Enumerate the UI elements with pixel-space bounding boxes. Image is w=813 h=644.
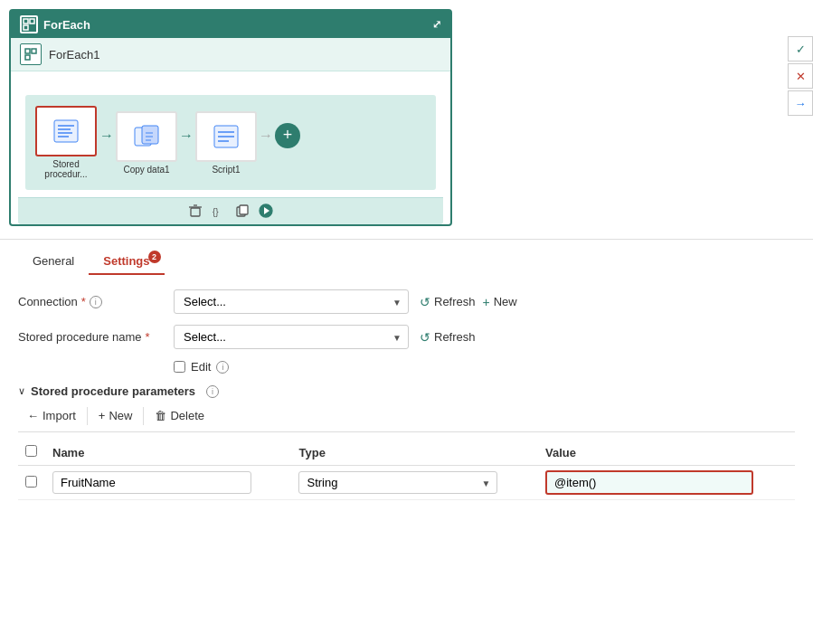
new-param-button[interactable]: + New <box>90 405 142 426</box>
stored-proc-refresh-icon: ↺ <box>420 330 430 345</box>
tab-settings[interactable]: Settings 2 <box>89 249 164 275</box>
run-toolbar-button[interactable] <box>259 204 273 221</box>
svg-rect-0 <box>24 19 28 24</box>
svg-rect-5 <box>25 55 30 60</box>
th-type: Type <box>291 440 537 466</box>
svg-rect-3 <box>25 49 30 53</box>
th-checkbox <box>18 440 45 466</box>
copy-toolbar-button[interactable] <box>235 204 250 221</box>
arrow-2: → <box>179 128 194 158</box>
connection-refresh-button[interactable]: ↺ Refresh <box>420 295 476 309</box>
edit-label: Edit <box>191 360 211 374</box>
toolbar-separator-2 <box>143 407 144 425</box>
sp-params-chevron: ∨ <box>18 385 25 397</box>
tab-settings-badge: 2 <box>148 251 161 263</box>
connection-required-star: * <box>81 295 86 308</box>
row-type-select-wrapper: String Int Float Boolean DateTime ▼ <box>298 471 497 494</box>
svg-rect-6 <box>54 120 78 142</box>
table-row: String Int Float Boolean DateTime ▼ <box>18 466 795 500</box>
delete-toolbar-button[interactable] <box>188 204 203 221</box>
delete-icon: 🗑 <box>155 409 166 422</box>
edit-checkbox[interactable] <box>174 361 185 373</box>
json-toolbar-button[interactable]: {} <box>212 204 226 221</box>
foreach-subheader-label: ForEach1 <box>49 48 99 62</box>
row-checkbox-cell <box>18 466 45 500</box>
activity-box-stored-proc[interactable] <box>35 106 97 156</box>
stored-proc-name-label: Stored procedure name * <box>18 330 163 344</box>
refresh-icon: ↺ <box>420 295 430 309</box>
connection-label: Connection * i <box>18 295 163 308</box>
import-button[interactable]: ← Import <box>18 405 85 426</box>
pipeline-flow: Stored procedur... → <box>34 106 427 179</box>
tab-general[interactable]: General <box>18 249 89 275</box>
cancel-icon-button[interactable]: ✕ <box>788 63 813 89</box>
foreach-header-icon <box>20 15 38 33</box>
foreach-subheader-icon <box>20 43 42 65</box>
connection-info-icon[interactable]: i <box>90 296 102 308</box>
stored-proc-refresh-button[interactable]: ↺ Refresh <box>420 330 476 345</box>
svg-text:{}: {} <box>213 207 219 217</box>
activities-toolbar: {} <box>18 197 443 224</box>
activity-label-copy: Copy data1 <box>123 165 169 175</box>
activity-copy[interactable]: Copy data1 <box>116 111 177 175</box>
connection-select[interactable]: Select... <box>174 289 409 314</box>
add-activity-button[interactable]: + <box>275 123 300 148</box>
stored-proc-required-star: * <box>146 330 150 344</box>
row-checkbox[interactable] <box>25 476 37 488</box>
activity-label-stored-proc: Stored procedur... <box>34 159 98 179</box>
svg-rect-4 <box>32 49 36 53</box>
sp-params-info-icon[interactable]: i <box>206 385 219 398</box>
params-table: Name Type Value <box>18 440 795 500</box>
new-param-plus-icon: + <box>99 409 106 422</box>
activity-box-script[interactable] <box>195 111 257 162</box>
tabs-row: General Settings 2 <box>18 249 795 275</box>
select-all-checkbox[interactable] <box>25 445 37 457</box>
confirm-icon-button[interactable]: ✓ <box>788 36 813 62</box>
sp-params-header[interactable]: ∨ Stored procedure parameters i <box>18 384 795 398</box>
settings-panel: General Settings 2 Connection * i Select… <box>0 249 813 527</box>
maximize-icon[interactable]: ⤢ <box>432 18 441 31</box>
foreach-header: ForEach ⤢ <box>11 11 450 38</box>
table-header-row: Name Type Value <box>18 440 795 466</box>
svg-rect-2 <box>24 25 28 30</box>
pipeline-canvas: ForEach ⤢ ForEach1 Activities ✏ <box>0 0 813 235</box>
import-icon: ← <box>27 409 39 422</box>
sidebar-icons: ✓ ✕ → <box>788 36 813 116</box>
activity-box-copy[interactable] <box>116 111 177 162</box>
foreach-subheader: ForEach1 <box>11 38 450 71</box>
foreach-container: ForEach ⤢ ForEach1 Activities ✏ <box>9 9 452 226</box>
activity-script[interactable]: Script1 <box>195 111 257 175</box>
row-name-input[interactable] <box>52 471 251 494</box>
toolbar-separator-1 <box>87 407 88 425</box>
th-name: Name <box>45 440 291 466</box>
navigate-icon-button[interactable]: → <box>788 90 813 116</box>
row-value-input[interactable] <box>545 470 753 495</box>
row-type-select[interactable]: String Int Float Boolean DateTime <box>298 471 497 494</box>
edit-info-icon[interactable]: i <box>216 361 229 374</box>
svg-rect-12 <box>142 126 158 144</box>
svg-rect-17 <box>191 208 200 216</box>
connection-new-button[interactable]: + New <box>483 295 517 309</box>
sp-params-toolbar: ← Import + New 🗑 Delete <box>18 405 795 432</box>
arrow-1: → <box>99 128 114 158</box>
sp-params-section: ∨ Stored procedure parameters i ← Import… <box>18 384 795 500</box>
section-divider <box>0 239 813 240</box>
edit-row: Edit i <box>174 360 795 374</box>
stored-proc-name-row: Stored procedure name * Select... ▼ ↺ Re… <box>18 325 795 349</box>
th-value: Value <box>538 440 795 466</box>
svg-rect-1 <box>30 19 34 24</box>
stored-proc-select[interactable]: Select... <box>174 325 409 349</box>
foreach-title: ForEach <box>43 18 90 32</box>
activity-stored-proc[interactable]: Stored procedur... <box>34 106 98 179</box>
activity-label-script: Script1 <box>212 165 240 175</box>
stored-proc-select-wrapper: Select... ▼ <box>174 325 409 349</box>
row-type-cell: String Int Float Boolean DateTime ▼ <box>291 466 537 500</box>
delete-param-button[interactable]: 🗑 Delete <box>146 405 213 426</box>
connection-actions: ↺ Refresh + New <box>420 295 517 309</box>
arrow-dashed: → <box>259 128 273 158</box>
svg-rect-22 <box>240 205 248 214</box>
connection-row: Connection * i Select... ▼ ↺ Refresh + N… <box>18 289 795 314</box>
activities-inner: Stored procedur... → <box>25 95 436 190</box>
row-name-cell <box>45 466 291 500</box>
new-plus-icon: + <box>483 295 490 309</box>
